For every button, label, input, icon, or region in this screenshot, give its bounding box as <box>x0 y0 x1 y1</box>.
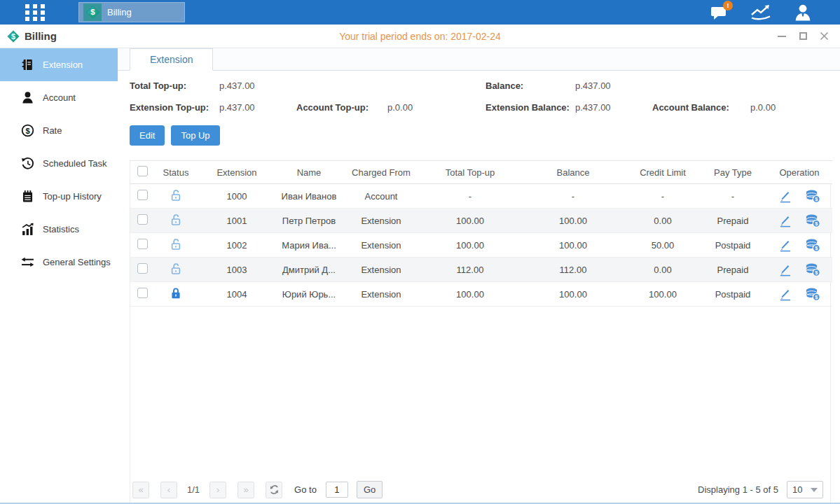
select-all-checkbox[interactable] <box>137 166 148 176</box>
sidebar-item-general-settings[interactable]: General Settings <box>0 246 118 279</box>
sidebar-item-topup-history[interactable]: Top-up History <box>0 180 118 213</box>
chevron-down-icon <box>811 488 818 492</box>
displaying-status: Displaying 1 - 5 of 5 <box>698 484 778 495</box>
resource-monitor-button[interactable] <box>749 2 773 23</box>
col-pay-type: Pay Type <box>699 161 766 184</box>
window-controls <box>777 31 829 41</box>
svg-text:$: $ <box>25 127 29 135</box>
total-topup-label: Total Top-up: <box>130 80 219 91</box>
goto-label: Go to <box>294 484 317 495</box>
top-up-coins-icon[interactable] <box>805 214 820 227</box>
lock-closed-icon[interactable] <box>169 286 183 300</box>
toolbar: Edit Top Up <box>130 125 831 146</box>
cell-pay-type: Prepaid <box>699 209 766 233</box>
table-header-row: Status Extension Name Charged From Total… <box>130 161 832 184</box>
balance-value: p.437.00 <box>575 80 652 91</box>
table-row[interactable]: 1004 Юрий Юрь... Extension 100.00 100.00… <box>130 282 832 307</box>
prev-page-button[interactable]: ‹ <box>160 482 177 498</box>
close-button[interactable] <box>819 31 829 41</box>
close-icon <box>820 31 829 41</box>
edit-pencil-icon[interactable] <box>778 287 792 301</box>
summary-panel: Total Top-up: p.437.00 Balance: p.437.00… <box>130 80 831 113</box>
top-up-coins-icon[interactable] <box>805 238 820 252</box>
total-topup-value: p.437.00 <box>219 80 296 91</box>
refresh-button[interactable] <box>266 482 282 498</box>
cell-name: Дмитрий Д... <box>276 258 342 282</box>
table-row[interactable]: 1003 Дмитрий Д... Extension 112.00 112.0… <box>130 258 832 282</box>
row-checkbox[interactable] <box>137 263 148 274</box>
edit-pencil-icon[interactable] <box>778 262 792 276</box>
sidebar-item-label: Extension <box>43 59 83 70</box>
header-select-all[interactable] <box>130 161 154 184</box>
refresh-icon <box>269 484 280 495</box>
edit-pencil-icon[interactable] <box>778 214 792 227</box>
table-row[interactable]: 1002 Мария Ива... Extension 100.00 100.0… <box>130 233 832 258</box>
cell-charged-from: Account <box>342 184 420 209</box>
goto-page-input[interactable] <box>326 482 348 498</box>
grid-empty-space <box>130 307 830 477</box>
tab-extension[interactable]: Extension <box>130 48 213 71</box>
user-icon <box>794 4 812 22</box>
window-titlebar: Your trial period ends on: 2017-02-24 Bi… <box>0 24 840 48</box>
top-up-coins-icon[interactable] <box>805 189 820 203</box>
cell-name: Иван Иванов <box>276 184 342 209</box>
row-checkbox[interactable] <box>137 239 148 249</box>
sidebar-item-rate[interactable]: $ Rate <box>0 114 118 147</box>
history-clock-icon <box>21 157 34 170</box>
minimize-button[interactable] <box>777 31 787 41</box>
chat-button[interactable]: ! <box>707 2 731 23</box>
col-charged-from: Charged From <box>342 161 420 184</box>
balance-label: Balance: <box>486 80 575 91</box>
tab-bar: Extension <box>118 48 840 71</box>
row-checkbox[interactable] <box>137 190 148 200</box>
dollar-coin-icon: $ <box>21 124 34 137</box>
sidebar-item-extension[interactable]: Extension <box>0 48 118 81</box>
edit-pencil-icon[interactable] <box>778 238 792 252</box>
top-up-coins-icon[interactable] <box>805 287 820 301</box>
taskbar-item-billing[interactable]: Billing <box>78 2 185 22</box>
cell-name: Мария Ива... <box>276 233 342 258</box>
cell-credit-limit: - <box>626 184 699 209</box>
lock-open-icon[interactable] <box>169 188 183 202</box>
maximize-button[interactable] <box>798 31 808 41</box>
main-split: Extension Account $ Rate <box>0 48 840 503</box>
cell-name: Петр Петров <box>276 209 342 233</box>
page-size-select[interactable]: 10 <box>787 481 823 498</box>
lock-open-icon[interactable] <box>169 213 183 227</box>
cell-credit-limit: 100.00 <box>626 282 699 307</box>
top-up-button[interactable]: Top Up <box>171 125 219 146</box>
billing-window: Billing ! <box>0 0 840 504</box>
cell-total-topup: 100.00 <box>420 209 520 233</box>
row-checkbox[interactable] <box>137 214 148 225</box>
col-extension: Extension <box>198 161 276 184</box>
sidebar-item-scheduled-task[interactable]: Scheduled Task <box>0 147 118 180</box>
cell-credit-limit: 0.00 <box>626 209 699 233</box>
table-row[interactable]: 1001 Петр Петров Extension 100.00 100.00… <box>130 209 832 233</box>
sidebar-item-label: Rate <box>43 125 62 136</box>
edit-button[interactable]: Edit <box>130 125 165 146</box>
sidebar-item-account[interactable]: Account <box>0 81 118 114</box>
lock-open-icon[interactable] <box>169 237 183 251</box>
notification-badge: ! <box>723 1 733 10</box>
extension-balance-value: p.437.00 <box>575 102 652 113</box>
user-account-button[interactable] <box>791 2 815 23</box>
sidebar-item-statistics[interactable]: Statistics <box>0 213 118 246</box>
cell-pay-type: - <box>699 184 766 209</box>
cell-balance: 100.00 <box>520 233 626 258</box>
table-row[interactable]: 1000 Иван Иванов Account - - - - <box>130 184 832 209</box>
app-grid-button[interactable] <box>15 4 55 22</box>
first-page-button[interactable]: « <box>132 482 149 498</box>
cell-pay-type: Postpaid <box>699 233 766 258</box>
top-up-coins-icon[interactable] <box>805 262 820 276</box>
edit-pencil-icon[interactable] <box>778 189 792 203</box>
cell-extension: 1002 <box>198 233 276 258</box>
row-checkbox[interactable] <box>137 288 148 298</box>
cell-total-topup: 100.00 <box>420 233 520 258</box>
go-button[interactable]: Go <box>357 481 383 498</box>
cell-pay-type: Prepaid <box>699 258 766 282</box>
cell-charged-from: Extension <box>342 209 420 233</box>
last-page-button[interactable]: » <box>237 482 254 498</box>
lock-open-icon[interactable] <box>169 262 183 276</box>
next-page-button[interactable]: › <box>209 482 226 498</box>
person-icon <box>21 91 34 104</box>
